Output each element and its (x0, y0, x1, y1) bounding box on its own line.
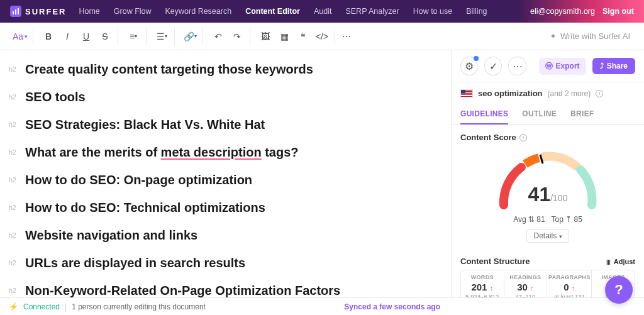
score-meta: Avg ⇅ 81 Top ⤒ 85 (460, 215, 635, 224)
heading-text[interactable]: URLs are displayed in search results (25, 255, 245, 271)
bold-button[interactable]: B (40, 28, 57, 45)
undo-button[interactable]: ↶ (209, 28, 227, 45)
italic-button[interactable]: I (58, 28, 76, 45)
nav-right: eli@copysmith.org Sign out (530, 7, 634, 16)
logo-text: SURFER (25, 7, 66, 16)
underline-button[interactable]: U (77, 28, 95, 45)
sign-out-link[interactable]: Sign out (602, 7, 634, 16)
keyword-row[interactable]: seo optimization (and 2 more) i (452, 82, 644, 104)
sliders-icon: ⫼ (605, 258, 612, 265)
nav-billing[interactable]: Billing (466, 7, 487, 16)
share-button[interactable]: ⤴Share (592, 58, 635, 74)
structure-range: 5,924–6,812 (462, 293, 502, 297)
image-button[interactable]: 🖼 (257, 28, 274, 45)
user-email[interactable]: eli@copysmith.org (530, 7, 595, 16)
tab-outline[interactable]: OUTLINE (522, 104, 557, 124)
heading-text[interactable]: Website navigation and links (25, 227, 197, 243)
quote-button[interactable]: ❝ (294, 28, 312, 45)
svg-rect-2 (18, 8, 19, 14)
editor-pane[interactable]: h2Create quality content targeting those… (0, 50, 451, 297)
share-icon: ⤴ (600, 62, 604, 70)
heading-text[interactable]: How to do SEO: On-page optimization (25, 172, 252, 188)
heading-row[interactable]: h2Create quality content targeting those… (5, 55, 438, 83)
us-flag-icon (460, 89, 473, 98)
nav-how-to-use[interactable]: How to use (413, 7, 453, 16)
heading-row[interactable]: h2Website navigation and links (5, 221, 438, 249)
structure-cell: PARAGRAPHS0 ↑at least 131 (547, 270, 592, 297)
nav-grow-flow[interactable]: Grow Flow (114, 7, 152, 16)
heading-level-tag: h2 (5, 231, 16, 239)
structure-label: WORDS (462, 274, 502, 280)
status-bar: ⚡ Connected | 1 person currently editing… (0, 297, 644, 315)
heading-text[interactable]: Non-Keyword-Related On-Page Optimization… (25, 282, 340, 297)
editor-toolbar: Aa▾ B I U S ≡▾ ☰▾ 🔗▾ ↶ ↷ 🖼 ▦ ❝ </> ⋯ ✦ W… (0, 23, 644, 50)
align-dropdown[interactable]: ≡▾ (125, 28, 142, 45)
tab-brief[interactable]: BRIEF (570, 104, 594, 124)
info-icon[interactable]: i (596, 90, 603, 97)
structure-label: PARAGRAPHS (548, 274, 590, 280)
nav-keyword-research[interactable]: Keyword Research (165, 7, 232, 16)
heading-row[interactable]: h2How to do SEO: On-page optimization (5, 166, 438, 194)
more-button[interactable]: ⋯ (338, 28, 355, 45)
heading-text[interactable]: How to do SEO: Technical optimizations (25, 199, 265, 216)
write-with-ai-button[interactable]: ✦ Write with Surfer AI (543, 29, 636, 43)
heading-row[interactable]: h2Non-Keyword-Related On-Page Optimizati… (5, 277, 438, 297)
nav-audit[interactable]: Audit (314, 7, 332, 16)
keyword-more: (and 2 more) (548, 89, 591, 98)
heading-row[interactable]: h2How to do SEO: Technical optimizations (5, 194, 438, 221)
settings-icon[interactable]: ⚙ (460, 57, 478, 75)
export-button[interactable]: ⓦExport (539, 58, 586, 75)
font-style-dropdown[interactable]: Aa▾ (11, 28, 29, 45)
help-fab[interactable]: ? (605, 276, 633, 304)
adjust-structure-button[interactable]: ⫼Adjust (605, 258, 635, 265)
check-icon[interactable]: ✓ (484, 57, 502, 75)
redo-button[interactable]: ↷ (228, 28, 246, 45)
structure-cell: HEADINGS30 ↑47–110 (504, 270, 548, 297)
top-nav: SURFER Home Grow Flow Keyword Research C… (0, 0, 644, 23)
table-button[interactable]: ▦ (275, 28, 293, 45)
structure-label: HEADINGS (506, 274, 546, 280)
info-icon[interactable]: i (519, 134, 527, 141)
notification-dot (474, 56, 479, 61)
structure-value: 0 ↑ (548, 282, 590, 292)
list-dropdown[interactable]: ☰▾ (153, 28, 170, 45)
heading-text[interactable]: SEO tools (25, 89, 86, 105)
heading-row[interactable]: h2What are the merits of meta descriptio… (5, 138, 438, 166)
sparkle-icon: ✦ (550, 31, 557, 41)
heading-level-tag: h2 (5, 287, 16, 294)
nav-home[interactable]: Home (79, 7, 99, 16)
structure-value: 201 ↑ (462, 282, 502, 292)
wordpress-icon: ⓦ (545, 61, 553, 72)
heading-level-tag: h2 (5, 93, 16, 101)
tab-guidelines[interactable]: GUIDELINES (460, 104, 508, 124)
structure-range: at least 131 (548, 293, 590, 297)
logo-icon (10, 6, 21, 17)
heading-row[interactable]: h2SEO tools (5, 83, 438, 111)
details-dropdown[interactable]: Details ▾ (526, 229, 569, 243)
svg-rect-1 (15, 9, 16, 14)
heading-level-tag: h2 (5, 65, 16, 73)
structure-cell: WORDS201 ↑5,924–6,812 (461, 270, 504, 297)
nav-serp-analyzer[interactable]: SERP Analyzer (345, 7, 399, 16)
score-value: 41 (528, 183, 551, 206)
more-icon[interactable]: ⋯ (508, 57, 526, 75)
link-dropdown[interactable]: 🔗▾ (181, 28, 199, 45)
heading-row[interactable]: h2URLs are displayed in search results (5, 249, 438, 277)
heading-row[interactable]: h2SEO Strategies: Black Hat Vs. White Ha… (5, 111, 438, 138)
heading-text[interactable]: Create quality content targeting those k… (25, 61, 313, 77)
heading-level-tag: h2 (5, 176, 16, 184)
heading-text[interactable]: What are the merits of meta description … (25, 144, 299, 160)
heading-text[interactable]: SEO Strategies: Black Hat Vs. White Hat (25, 116, 265, 133)
editing-status: 1 person currently editing this document (72, 302, 206, 311)
structure-range: 47–110 (506, 293, 546, 297)
code-button[interactable]: </> (313, 28, 331, 45)
svg-rect-0 (13, 11, 14, 14)
strikethrough-button[interactable]: S (96, 28, 114, 45)
heading-level-tag: h2 (5, 121, 16, 128)
connected-label: Connected (23, 302, 60, 311)
primary-keyword: seo optimization (478, 89, 543, 98)
nav-content-editor[interactable]: Content Editor (245, 7, 300, 16)
logo[interactable]: SURFER (10, 6, 66, 17)
heading-level-tag: h2 (5, 204, 16, 211)
sidebar-toolbar: ⚙ ✓ ⋯ ⓦExport ⤴Share (452, 50, 644, 82)
